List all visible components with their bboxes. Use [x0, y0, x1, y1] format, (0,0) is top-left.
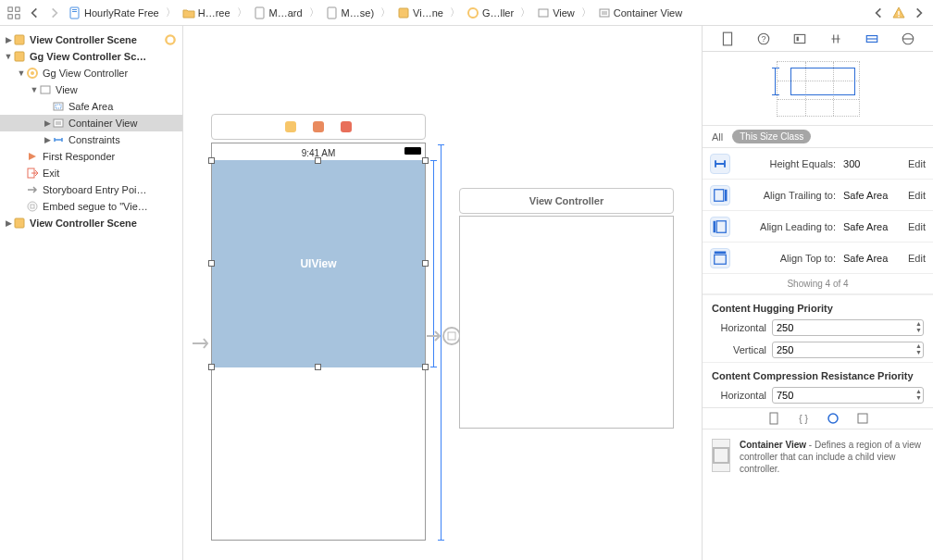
disclosure-triangle-icon[interactable]: ▶: [43, 135, 52, 144]
identity-inspector-icon[interactable]: [792, 31, 807, 46]
scene-dock[interactable]: [211, 114, 426, 140]
selection-handle[interactable]: [422, 157, 429, 164]
constraint-row[interactable]: Align Leading to:Safe AreaEdit: [703, 211, 933, 243]
stepper-arrows-icon[interactable]: ▲▼: [915, 388, 922, 401]
outline-label: View Controller Scene: [30, 218, 177, 229]
outline-row[interactable]: First Responder: [0, 148, 182, 165]
warning-icon[interactable]: [890, 5, 907, 21]
stepper-arrows-icon[interactable]: ▲▼: [915, 342, 922, 355]
nav-back-icon[interactable]: [26, 5, 43, 21]
media-library-icon[interactable]: [856, 412, 869, 425]
constraint-edit-button[interactable]: Edit: [908, 190, 926, 201]
outline-row[interactable]: ▶Container View: [0, 115, 182, 131]
code-snippet-icon[interactable]: { }: [797, 412, 810, 425]
related-items-icon[interactable]: [6, 5, 22, 21]
disclosure-triangle-icon[interactable]: ▼: [30, 85, 39, 94]
storyboard-canvas[interactable]: 9:41 AM UIView View Controller: [183, 26, 702, 560]
breadcrumb-item[interactable]: View: [535, 6, 577, 19]
responder-dock-icon[interactable]: [313, 121, 324, 132]
stepper-arrows-icon[interactable]: ▲▼: [915, 320, 922, 333]
disclosure-triangle-icon[interactable]: ▼: [4, 52, 13, 61]
selection-handle[interactable]: [315, 157, 321, 164]
hugging-horizontal-input[interactable]: [772, 319, 924, 336]
svg-rect-1: [16, 6, 19, 10]
svg-rect-9: [399, 8, 408, 18]
svg-rect-2: [8, 14, 12, 18]
vc-icon: [466, 6, 479, 19]
doc-icon: [326, 6, 339, 19]
constraint-icon: [710, 248, 730, 268]
constraint-edit-button[interactable]: Edit: [908, 221, 926, 232]
nav-forward-aux-icon[interactable]: [911, 5, 927, 21]
sizeclass-all[interactable]: All: [712, 131, 723, 143]
outline-label: Gg View Controller: [43, 68, 177, 79]
outline-label: View Controller Scene: [30, 34, 164, 45]
outline-row[interactable]: Storyboard Entry Poi…: [0, 181, 182, 198]
attributes-inspector-icon[interactable]: [828, 31, 843, 46]
disclosure-triangle-icon[interactable]: ▶: [4, 218, 13, 228]
outline-row[interactable]: ▶Constraints: [0, 131, 182, 148]
outline-row[interactable]: ▼View: [0, 81, 182, 98]
compression-horizontal-input[interactable]: [772, 387, 924, 404]
disclosure-triangle-icon[interactable]: ▼: [17, 68, 26, 78]
object-library-icon[interactable]: [827, 412, 840, 425]
chevron-right-icon: 〉: [519, 6, 531, 19]
outline-row[interactable]: Exit: [0, 165, 182, 181]
breadcrumb-item[interactable]: M…se): [324, 6, 376, 19]
constraint-icon: [710, 217, 730, 237]
selection-handle[interactable]: [208, 364, 215, 370]
autoresizing-thumb[interactable]: [703, 52, 933, 126]
outline-row[interactable]: ▶View Controller Scene: [0, 215, 182, 231]
embedded-scene-dock[interactable]: View Controller: [459, 188, 674, 214]
selection-handle[interactable]: [422, 260, 429, 267]
selection-handle[interactable]: [315, 364, 321, 370]
file-template-icon[interactable]: [767, 412, 780, 425]
hugging-vertical-input[interactable]: [772, 342, 924, 358]
inspector-tabbar: ?: [703, 26, 933, 52]
outline-row[interactable]: Embed segue to "Vie…: [0, 198, 182, 215]
vc-icon: [26, 67, 39, 80]
view-icon: [537, 6, 550, 19]
svg-rect-6: [72, 11, 77, 12]
breadcrumb-item[interactable]: M…ard: [252, 6, 305, 19]
vc-dock-icon[interactable]: [285, 121, 296, 132]
exit-dock-icon[interactable]: [341, 121, 352, 132]
container-view-selection[interactable]: UIView: [212, 160, 425, 367]
disclosure-triangle-icon[interactable]: ▶: [4, 35, 13, 44]
scene-icon: [13, 33, 26, 46]
nav-back-aux-icon[interactable]: [870, 5, 887, 21]
scene-icon: [13, 217, 26, 230]
outline-row[interactable]: Safe Area: [0, 98, 182, 115]
outline-row[interactable]: ▼Gg View Controller: [0, 65, 182, 81]
svg-rect-30: [448, 332, 455, 340]
selection-handle[interactable]: [208, 157, 215, 164]
embedded-view-controller[interactable]: [459, 216, 674, 429]
entry-point-arrow[interactable]: [191, 333, 211, 354]
outline-row[interactable]: ▼Gg View Controller Sc…: [0, 48, 182, 65]
constraint-row[interactable]: Align Trailing to:Safe AreaEdit: [703, 180, 933, 211]
size-inspector-icon[interactable]: [865, 31, 879, 46]
breadcrumb-item[interactable]: Vi…ne: [395, 6, 445, 19]
breadcrumb-item[interactable]: HourlyRate Free: [67, 6, 161, 19]
selection-handle[interactable]: [208, 260, 215, 267]
view-label: UIView: [300, 257, 336, 270]
breadcrumb-item[interactable]: H…ree: [180, 6, 232, 19]
embed-segue[interactable]: [426, 327, 461, 345]
svg-rect-11: [539, 9, 548, 17]
breadcrumb-item[interactable]: Container View: [596, 6, 684, 19]
nav-forward-icon[interactable]: [46, 5, 63, 21]
document-outline[interactable]: ▶View Controller Scene▼Gg View Controlle…: [0, 26, 183, 560]
constraint-edit-button[interactable]: Edit: [908, 158, 926, 169]
outline-row[interactable]: ▶View Controller Scene: [0, 31, 182, 48]
selection-handle[interactable]: [422, 364, 429, 370]
connections-inspector-icon[interactable]: [901, 31, 915, 46]
disclosure-triangle-icon[interactable]: ▶: [43, 118, 52, 128]
help-inspector-icon[interactable]: ?: [756, 31, 771, 46]
constraint-edit-button[interactable]: Edit: [908, 253, 926, 264]
constraint-row[interactable]: Height Equals:300Edit: [703, 148, 933, 180]
svg-rect-5: [72, 9, 77, 10]
breadcrumb-item[interactable]: G…ller: [465, 6, 516, 19]
file-inspector-icon[interactable]: [720, 31, 735, 46]
constraint-row[interactable]: Align Top to:Safe AreaEdit: [703, 243, 933, 274]
sizeclass-this[interactable]: This Size Class: [732, 130, 811, 143]
